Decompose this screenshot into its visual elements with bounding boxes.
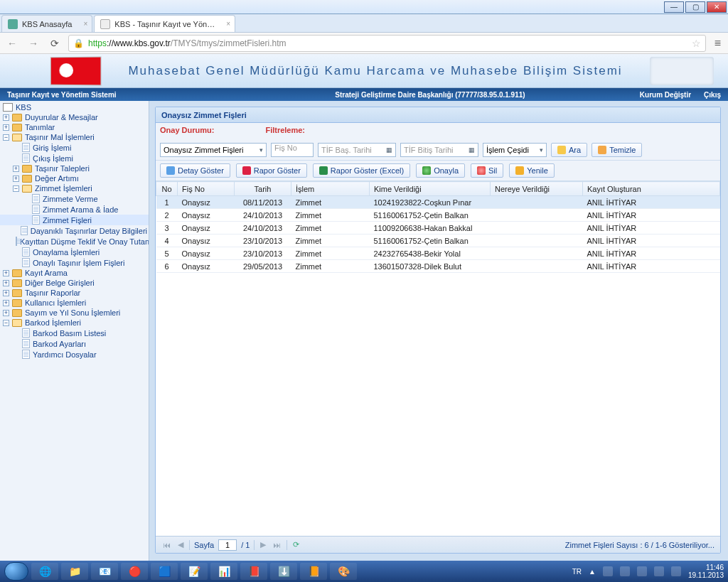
tree-node-duyurular[interactable]: +Duyurular & Mesajlar [0, 112, 149, 122]
table-row[interactable]: 6Onaysız29/05/2013Zimmet13601507328-Dile… [156, 260, 720, 273]
browser-menu-button[interactable]: ≡ [712, 37, 724, 50]
rapor-goster-button[interactable]: Rapor Göster [236, 163, 307, 178]
taskbar-explorer-icon[interactable]: 📁 [61, 563, 88, 580]
onay-durumu-select[interactable]: Onaysız Zimmet Fişleri▾ [160, 143, 267, 157]
tree-node-deger[interactable]: +Değer Artımı [0, 173, 149, 183]
taskbar-word-icon[interactable]: 📝 [181, 563, 208, 580]
col-tarih[interactable]: Tarih [235, 182, 291, 196]
logout-link[interactable]: Çıkış [704, 91, 721, 99]
expand-icon[interactable]: + [3, 124, 9, 131]
pager-last-button[interactable]: ⏭ [272, 541, 282, 549]
tif-bitis-input[interactable]: TİF Bitiş Tarihi▦ [400, 143, 478, 157]
taskbar-ie-icon[interactable]: 🌐 [31, 563, 58, 580]
expand-icon[interactable]: + [13, 176, 19, 182]
tree-node-diger-belge[interactable]: +Diğer Belge Girişleri [0, 278, 149, 288]
tree-node-zimmete-verme[interactable]: Zimmete Verme [0, 193, 149, 204]
col-kime[interactable]: Kime Verildiği [370, 182, 491, 196]
rapor-goster-excel-button[interactable]: Rapor Göster (Excel) [313, 163, 410, 178]
bookmark-star-icon[interactable]: ☆ [692, 38, 701, 49]
tray-app-icon[interactable] [671, 566, 681, 576]
url-bar[interactable]: 🔒 https://www.kbs.gov.tr/TMYS/tmys/zimme… [68, 35, 706, 52]
tree-node-barkod-ayar[interactable]: Barkod Ayarları [0, 338, 149, 349]
tree-node-yardimci[interactable]: Yardımcı Dosyalar [0, 349, 149, 360]
tree-node-giris[interactable]: Giriş İşlemi [0, 142, 149, 153]
tree-node-tanimlar[interactable]: +Tanımlar [0, 122, 149, 132]
collapse-icon[interactable]: − [13, 185, 19, 192]
tree-node-dayanikli[interactable]: Dayanıklı Taşınırlar Detay Bilgileri [0, 225, 149, 236]
tray-volume-icon[interactable] [637, 566, 647, 576]
col-nereye[interactable]: Nereye Verildiği [491, 182, 583, 196]
tray-clock[interactable]: 11:46 19.11.2013 [688, 564, 724, 579]
taskbar-download-icon[interactable]: ⬇️ [270, 563, 297, 580]
nav-tree[interactable]: KBS +Duyurular & Mesajlar +Tanımlar −Taş… [0, 101, 149, 561]
tree-node-barkod-basim[interactable]: Barkod Basım Listesi [0, 328, 149, 338]
pager-page-input[interactable] [218, 539, 237, 551]
taskbar-excel-icon[interactable]: 📊 [210, 563, 237, 580]
expand-icon[interactable]: + [3, 270, 9, 276]
taskbar-outlook-icon[interactable]: 📧 [91, 563, 118, 580]
expand-icon[interactable]: + [3, 114, 9, 121]
yenile-button[interactable]: Yenile [509, 163, 555, 178]
collapse-icon[interactable]: − [3, 134, 9, 141]
window-maximize-button[interactable]: ▢ [685, 1, 705, 13]
taskbar-powerpoint-icon[interactable]: 📙 [300, 563, 327, 580]
grid-scroll[interactable]: No Fiş No Tarih İşlem Kime Verildiği Ner… [156, 181, 720, 536]
taskbar-chrome-icon[interactable]: 🔴 [121, 563, 148, 580]
tif-bas-input[interactable]: TİF Baş. Tarihi▦ [318, 143, 396, 157]
start-button[interactable] [4, 562, 28, 581]
expand-icon[interactable]: + [13, 166, 19, 172]
detay-goster-button[interactable]: Detay Göster [160, 163, 230, 178]
tray-shield-icon[interactable] [654, 566, 664, 576]
col-kayit[interactable]: Kayıt Oluşturan [583, 182, 720, 196]
window-close-button[interactable]: ✕ [707, 1, 727, 13]
table-row[interactable]: 3Onaysız24/10/2013Zimmet11009206638-Haka… [156, 222, 720, 235]
pager-prev-button[interactable]: ◀ [176, 540, 185, 549]
collapse-icon[interactable]: − [3, 320, 9, 326]
browser-tab-0[interactable]: KBS Anasayfa × [1, 15, 92, 32]
fisno-input[interactable]: Fiş No [271, 143, 314, 157]
tree-node-cikis[interactable]: Çıkış İşlemi [0, 153, 149, 163]
pager-next-button[interactable]: ▶ [259, 540, 267, 549]
islem-cesidi-select[interactable]: İşlem Çeşidi▾ [483, 143, 547, 157]
tray-lang[interactable]: TR [572, 568, 582, 576]
onayla-button[interactable]: Onayla [416, 163, 465, 178]
taskbar-paint-icon[interactable]: 🎨 [330, 563, 357, 580]
table-row[interactable]: 5Onaysız23/10/2013Zimmet24232765438-Beki… [156, 247, 720, 260]
tree-node-kayittan[interactable]: Kayıttan Düşme Teklif Ve Onay Tutanağı [0, 236, 149, 247]
tree-root[interactable]: KBS [0, 102, 149, 112]
sil-button[interactable]: Sil [471, 163, 503, 178]
calendar-icon[interactable]: ▦ [469, 146, 475, 153]
tab-close-icon[interactable]: × [83, 20, 87, 28]
col-fisno[interactable]: Fiş No [178, 182, 235, 196]
expand-icon[interactable]: + [3, 300, 9, 306]
tree-node-kullanici[interactable]: +Kullanıcı İşlemleri [0, 298, 149, 308]
pager-refresh-button[interactable]: ⟳ [291, 540, 301, 549]
tree-node-zimmet-fisleri[interactable]: Zimmet Fişleri [0, 215, 149, 225]
tree-node-zimmet-isl[interactable]: −Zimmet İşlemleri [0, 183, 149, 193]
tray-network-icon[interactable] [620, 566, 630, 576]
expand-icon[interactable]: + [3, 310, 9, 316]
taskbar-pdf-icon[interactable]: 📕 [240, 563, 267, 580]
pager-first-button[interactable]: ⏮ [161, 541, 172, 549]
col-islem[interactable]: İşlem [291, 182, 370, 196]
tree-node-sayim[interactable]: +Sayım ve Yıl Sonu İşlemleri [0, 308, 149, 318]
tree-node-onaylama[interactable]: Onaylama İşlemleri [0, 247, 149, 257]
temizle-button[interactable]: Temizle [592, 143, 642, 157]
tree-node-kayit-arama[interactable]: +Kayıt Arama [0, 268, 149, 278]
expand-icon[interactable]: + [3, 290, 9, 296]
tab-close-icon[interactable]: × [226, 20, 230, 28]
nav-reload-button[interactable]: ⟳ [47, 36, 63, 51]
taskbar-app-icon[interactable]: 🟦 [151, 563, 178, 580]
table-row[interactable]: 1Onaysız08/11/2013Zimmet10241923822-Coşk… [156, 196, 720, 209]
nav-forward-button[interactable]: → [26, 36, 41, 51]
tree-node-barkod[interactable]: −Barkod İşlemleri [0, 318, 149, 328]
expand-icon[interactable]: + [3, 280, 9, 286]
tree-node-talep[interactable]: +Taşınır Talepleri [0, 163, 149, 173]
change-org-link[interactable]: Kurum Değiştir [640, 91, 691, 99]
tree-node-onayli-fis[interactable]: Onaylı Taşınır İşlem Fişleri [0, 257, 149, 268]
browser-tab-1[interactable]: KBS - Taşınır Kayıt ve Yön… × [94, 15, 235, 32]
table-row[interactable]: 2Onaysız24/10/2013Zimmet51160061752-Çeti… [156, 209, 720, 222]
ara-button[interactable]: Ara [551, 143, 587, 157]
tree-node-raporlar[interactable]: +Taşınır Raporlar [0, 288, 149, 298]
window-minimize-button[interactable]: — [664, 1, 684, 13]
